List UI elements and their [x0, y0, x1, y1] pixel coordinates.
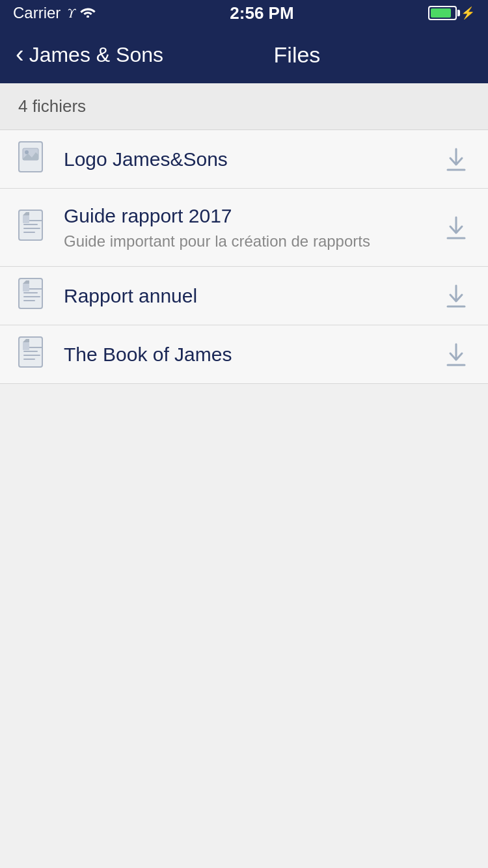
file-icon-image [16, 140, 51, 179]
nav-title: Files [274, 42, 373, 68]
file-count: 4 fichiers [0, 83, 488, 130]
wifi-icon: 𝛶 [67, 6, 96, 21]
file-name: Rapport annuel [64, 283, 427, 308]
battery-icon [428, 6, 457, 20]
file-name: Guide rapport 2017 [64, 203, 427, 228]
file-info: Logo James&Sons [64, 146, 427, 172]
nav-bar: ‹ James & Sons Files [0, 26, 488, 83]
file-info: Rapport annuel [64, 283, 427, 308]
charging-icon: ⚡ [461, 6, 475, 20]
file-count-label: 4 fichiers [18, 96, 86, 116]
back-button[interactable]: ‹ James & Sons [16, 43, 163, 67]
download-button[interactable] [440, 338, 472, 372]
svg-rect-11 [23, 342, 29, 350]
download-button[interactable] [440, 279, 472, 313]
file-list: Logo James&Sons Guide rapport 2017 Guide… [0, 130, 488, 384]
status-bar: Carrier 𝛶 2:56 PM ⚡ [0, 0, 488, 26]
carrier-label: Carrier [13, 4, 61, 22]
file-info: Guide rapport 2017 Guide important pour … [64, 203, 427, 251]
download-button[interactable] [440, 211, 472, 245]
status-bar-left: Carrier 𝛶 [13, 4, 96, 22]
list-item: Rapport annuel [0, 267, 488, 325]
file-name: The Book of James [64, 342, 427, 367]
file-name: Logo James&Sons [64, 146, 427, 172]
download-button[interactable] [440, 142, 472, 176]
svg-rect-5 [23, 215, 29, 223]
list-item: Guide rapport 2017 Guide important pour … [0, 189, 488, 267]
file-desc: Guide important pour la création de rapp… [64, 231, 427, 251]
status-bar-right: ⚡ [428, 6, 475, 20]
file-icon-pdf [16, 335, 51, 374]
status-bar-time: 2:56 PM [230, 3, 293, 23]
svg-rect-8 [23, 284, 29, 292]
list-item: The Book of James [0, 325, 488, 384]
file-icon-pdf [16, 208, 51, 247]
back-chevron-icon: ‹ [16, 42, 24, 66]
file-info: The Book of James [64, 342, 427, 367]
file-icon-pdf [16, 277, 51, 316]
list-item: Logo James&Sons [0, 130, 488, 189]
back-label: James & Sons [29, 43, 163, 67]
